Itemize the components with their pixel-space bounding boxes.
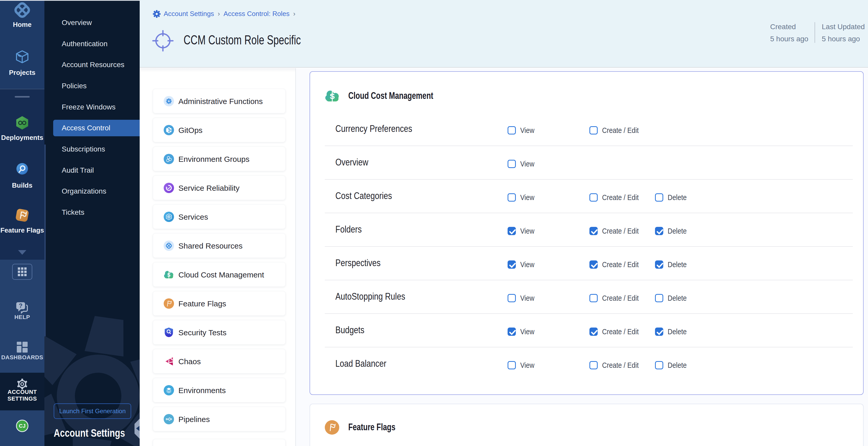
svg-text:S: S [167,272,170,278]
svg-text:?: ? [19,302,23,309]
svg-text:S: S [330,92,335,100]
